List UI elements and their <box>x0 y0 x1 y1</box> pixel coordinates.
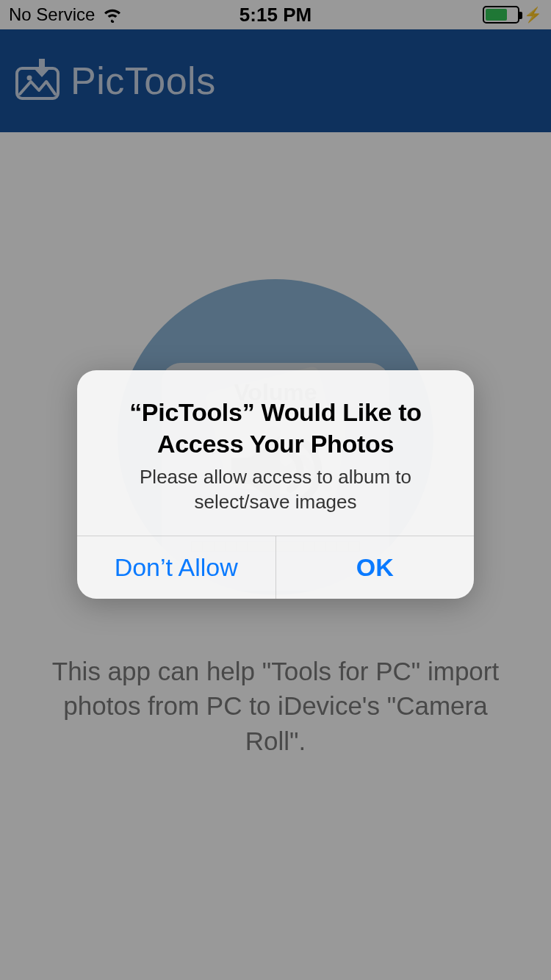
ok-button[interactable]: OK <box>276 536 475 599</box>
permission-alert: “PicTools” Would Like to Access Your Pho… <box>77 370 474 599</box>
alert-actions: Don’t Allow OK <box>77 536 474 599</box>
dont-allow-button[interactable]: Don’t Allow <box>77 536 276 599</box>
alert-message: Please allow access to album to select/s… <box>99 465 452 515</box>
screen-root: No Service 5:15 PM ⚡ PicTools <box>0 0 551 980</box>
alert-body: “PicTools” Would Like to Access Your Pho… <box>77 370 474 536</box>
alert-title: “PicTools” Would Like to Access Your Pho… <box>99 397 452 459</box>
